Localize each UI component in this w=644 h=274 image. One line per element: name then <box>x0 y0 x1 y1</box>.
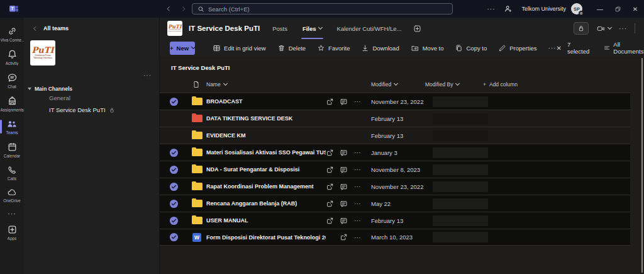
toolbar-more-button[interactable]: ··· <box>548 45 557 52</box>
new-button[interactable]: + New <box>170 42 195 55</box>
edit-in-grid-view-button[interactable]: Edit in grid view <box>213 44 266 52</box>
share-icon[interactable] <box>326 98 334 106</box>
rail-item-activity[interactable]: Activity <box>0 46 24 69</box>
file-name[interactable]: Materi Sosialisasi Aktivasi SSO Pegawai … <box>206 149 326 156</box>
row-more-button[interactable]: ··· <box>353 149 362 156</box>
file-name[interactable]: USER MANUAL <box>206 217 326 224</box>
file-row[interactable]: Rencana Anggaran Belanja (RAB)···May 22 <box>160 195 630 212</box>
column-header-modified-by[interactable]: Modified By <box>425 81 483 88</box>
copy-link-icon[interactable] <box>340 166 348 174</box>
file-row[interactable]: NDA - Surat Pengantar & Disposisi···Nove… <box>160 161 630 178</box>
row-more-button[interactable]: ··· <box>353 98 362 105</box>
private-channel-button[interactable] <box>574 22 589 35</box>
share-icon[interactable] <box>326 200 334 208</box>
file-name[interactable]: DATA TIKETING SERVICE DESK <box>206 115 326 122</box>
tab-files[interactable]: Files <box>303 18 322 39</box>
rail-item-calendar[interactable]: Calendar <box>0 139 24 162</box>
move-to-button[interactable]: Move to <box>411 44 444 52</box>
rail-item-calls[interactable]: Calls <box>0 162 24 185</box>
row-more-button[interactable]: ··· <box>353 183 362 190</box>
row-checkbox[interactable] <box>160 216 187 225</box>
share-icon[interactable] <box>326 166 334 174</box>
avatar[interactable]: SP ⚙ <box>571 3 582 14</box>
file-row[interactable]: Rapat Koordinasi Problem Management···No… <box>160 178 630 195</box>
column-header-modified[interactable]: Modified <box>371 81 425 88</box>
meet-button[interactable] <box>596 25 611 33</box>
download-button[interactable]: Download <box>361 44 399 52</box>
vertical-scrollbar[interactable] <box>641 58 643 273</box>
file-name[interactable]: Rencana Anggaran Belanja (RAB) <box>206 200 326 207</box>
minimize-button[interactable]: — <box>591 0 609 18</box>
add-column-button[interactable]: +Add column <box>483 81 644 88</box>
team-logo[interactable]: PuTI Direktorat Pusat Teknologi Informas… <box>30 40 55 66</box>
nav-forward-icon[interactable] <box>180 6 187 12</box>
channel-item-it-service-desk-puti[interactable]: IT Service Desk PuTI <box>24 104 160 116</box>
file-row[interactable]: BROADCAST···November 23, 2022 <box>160 93 630 110</box>
row-more-button[interactable]: ··· <box>353 200 362 207</box>
add-person-icon[interactable] <box>504 4 513 13</box>
properties-button[interactable]: Properties <box>498 44 536 52</box>
clear-selection-button[interactable]: ✕ <box>557 45 562 52</box>
channel-item-general[interactable]: General <box>24 92 160 104</box>
rail-item-viva-conne[interactable]: Viva Conne... <box>0 23 24 46</box>
file-name[interactable]: EVIDENCE KM <box>206 132 326 139</box>
copy-link-icon[interactable] <box>340 183 348 191</box>
row-checkbox[interactable] <box>160 165 187 174</box>
rail-item-teams[interactable]: Teams <box>0 116 24 139</box>
phone-icon <box>7 165 17 175</box>
copy-link-icon[interactable] <box>340 98 348 106</box>
file-row[interactable]: Materi Sosialisasi Aktivasi SSO Pegawai … <box>160 144 630 161</box>
favorite-button[interactable]: Favorite <box>317 44 350 52</box>
copy-to-button[interactable]: Copy to <box>455 44 487 52</box>
team-more-button[interactable]: ··· <box>143 72 152 79</box>
file-modified-date: May 22 <box>371 200 425 207</box>
close-button[interactable]: ✕ <box>626 0 644 18</box>
row-more-button[interactable]: ··· <box>353 166 362 173</box>
row-more-button[interactable]: ··· <box>353 234 362 241</box>
row-checkbox[interactable] <box>160 232 187 242</box>
rail-item-more[interactable]: ··· <box>0 207 24 221</box>
titlebar-more-button[interactable]: ··· <box>487 6 495 13</box>
view-selector[interactable]: All Documents* <box>604 41 644 55</box>
files-toolbar: + New Edit in grid viewDeleteFavoriteDow… <box>160 39 644 57</box>
file-name[interactable]: Rapat Koordinasi Problem Management <box>206 183 326 190</box>
add-tab-button[interactable] <box>413 25 421 33</box>
rail-item-apps[interactable]: Apps <box>0 221 24 244</box>
file-row[interactable]: WForm Disposisi Direktorat Pusat Teknolo… <box>160 229 630 246</box>
rail-item-chat[interactable]: Chat <box>0 69 24 93</box>
file-row[interactable]: EVIDENCE KMFebruary 13 <box>160 127 630 144</box>
rail-item-onedrive[interactable]: OneDrive <box>0 185 24 207</box>
tab-kalender-cuti-wfh-le[interactable]: Kalender Cuti/WFH/Le... <box>337 18 402 39</box>
share-icon[interactable] <box>340 233 348 241</box>
share-icon[interactable] <box>326 149 334 157</box>
file-name[interactable]: Form Disposisi Direktorat Pusat Teknolog… <box>206 234 326 241</box>
copy-link-icon[interactable] <box>340 217 348 225</box>
tab-label: Kalender Cuti/WFH/Le... <box>337 25 402 32</box>
chevron-down-icon <box>318 25 323 30</box>
nav-back-icon[interactable] <box>165 6 172 12</box>
org-name[interactable]: Telkom University <box>521 6 566 12</box>
all-teams-back[interactable]: All teams <box>24 18 159 31</box>
row-more-button[interactable]: ··· <box>353 217 362 224</box>
column-header-name[interactable]: Name <box>206 81 326 88</box>
share-icon[interactable] <box>326 183 334 191</box>
copy-link-icon[interactable] <box>340 149 348 157</box>
search-input[interactable]: Search (Ctrl+E) <box>192 3 453 14</box>
file-row[interactable]: DATA TIKETING SERVICE DESKFebruary 13 <box>160 110 630 127</box>
channels-group-header[interactable]: Main Channels <box>24 86 160 92</box>
share-icon[interactable] <box>326 217 334 225</box>
restore-button[interactable] <box>609 0 626 18</box>
copy-link-icon[interactable] <box>340 200 348 208</box>
row-checkbox[interactable] <box>160 97 187 106</box>
row-checkbox[interactable] <box>160 182 187 191</box>
rail-item-assignments[interactable]: Assignments <box>0 93 24 116</box>
delete-button[interactable]: Delete <box>277 44 306 52</box>
file-name[interactable]: BROADCAST <box>206 98 326 105</box>
file-row[interactable]: USER MANUAL···February 13 <box>160 212 630 229</box>
tab-posts[interactable]: Posts <box>272 18 287 39</box>
header-more-button[interactable]: ··· <box>619 25 627 32</box>
document-type-column-icon[interactable] <box>187 81 206 88</box>
row-checkbox[interactable] <box>160 148 187 157</box>
file-name[interactable]: NDA - Surat Pengantar & Disposisi <box>206 166 326 173</box>
row-checkbox[interactable] <box>160 199 187 208</box>
